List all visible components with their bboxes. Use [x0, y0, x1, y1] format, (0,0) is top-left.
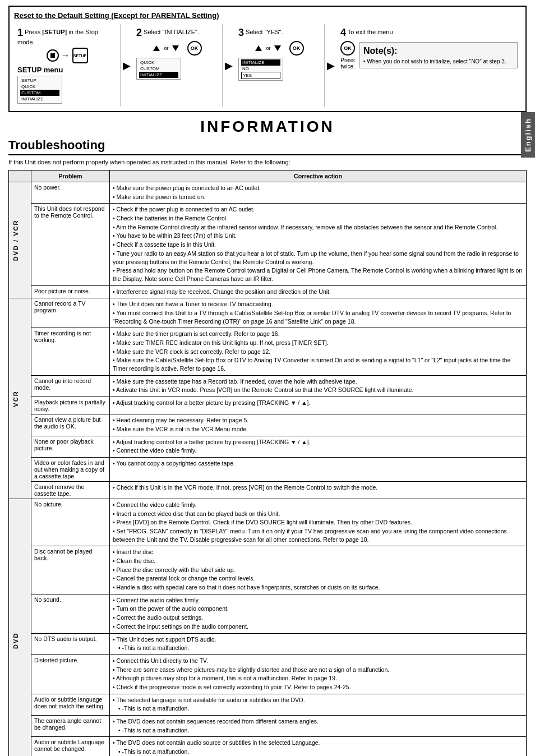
step-4-diagram: OK Presstwice. Note(s): • When you do no…: [340, 41, 518, 70]
table-row: DVD / VCRNo power.Make sure the power pl…: [9, 182, 527, 204]
step-2-menu-preview: QUICK CUSTOM INITIALIZE: [136, 58, 181, 80]
stop-btn-icon: [47, 49, 59, 62]
table-row: Disc cannot be played back.Insert the di…: [9, 546, 527, 594]
corrective-item: Cancel the parental lock or change the c…: [113, 574, 523, 583]
trouble-table: Problem Corrective action DVD / VCRNo po…: [8, 170, 527, 756]
corrective-item: Make sure the cassette tape has a Record…: [113, 377, 523, 386]
corrective-item: Tune your radio to an easy AM station so…: [113, 250, 523, 266]
corrective-cell: Make sure the cassette tape has a Record…: [110, 375, 527, 397]
corrective-cell: Adjust tracking control for a better pic…: [110, 436, 527, 457]
corrective-item: -This is not a malfunction.: [113, 726, 523, 735]
category-cell: DVD: [9, 499, 31, 756]
problem-cell: No picture.: [31, 499, 110, 546]
table-row: Cannot go into record mode.Make sure the…: [9, 375, 527, 397]
menu-row-3-init: INITIALIZE: [241, 59, 280, 66]
steps-row: 1 Press [SETUP] in the Stop mode. → SETU…: [14, 24, 521, 107]
corrective-item: Turn on the power of the audio component…: [113, 605, 523, 613]
corrective-cell: Make sure the timer program is set corre…: [110, 328, 527, 375]
menu-row-3-no: NO: [241, 66, 280, 72]
menu-row-initialize: INITIALIZE: [20, 96, 59, 102]
corrective-cell: The DVD does not contain audio source or…: [110, 737, 527, 756]
setup-menu-label: SETUP menu: [17, 66, 117, 74]
corrective-item: Make sure TIMER REC indicator on this Un…: [113, 339, 523, 347]
corrective-item: Check the batteries in the Remote Contro…: [113, 214, 523, 223]
table-row: Playback picture is partially noisy.Adju…: [9, 397, 527, 414]
step-4-header: 4 To exit the menu: [340, 27, 518, 39]
corrective-item: This Unit does not have a Tuner to recei…: [113, 300, 523, 308]
table-row: Timer recording is not working.Make sure…: [9, 328, 527, 375]
table-row: Audio or subtitle language does not matc…: [9, 694, 527, 715]
down-arrow-icon-3: [274, 45, 281, 51]
reset-title: Reset to the Default Setting (Except for…: [14, 11, 521, 20]
step-2: 2 Select "INITIALIZE". or OK QUICK CUSTO…: [133, 24, 223, 107]
or-text-3: or: [266, 45, 270, 51]
corrective-cell: Interference signal may be received. Cha…: [110, 285, 527, 298]
corrective-item: Connect the video cable firmly.: [113, 446, 523, 455]
table-row: Distorted picture.Connect this Unit dire…: [9, 654, 527, 694]
table-row: Cannot view a picture but the audio is O…: [9, 414, 527, 436]
table-row: The camera angle cannot be changed.The D…: [9, 716, 527, 737]
table-row: Cannot remove the cassette tape.Check if…: [9, 481, 527, 499]
corrective-item: There are some cases where pictures may …: [113, 666, 523, 674]
corrective-cell: Insert the disc.Clean the disc.Place the…: [110, 546, 527, 594]
step-4-left: OK Presstwice.: [340, 41, 355, 70]
troubleshooting-section: Troubleshooting If this Unit does not pe…: [8, 138, 527, 756]
table-row: Audio or subtitle Language cannot be cha…: [9, 737, 527, 756]
table-row: No DTS audio is output.This Unit does no…: [9, 633, 527, 654]
english-tab: English: [521, 112, 535, 158]
setup-btn-icon: SETUP: [72, 48, 88, 63]
table-row: DVDNo picture.Connect the video cable fi…: [9, 499, 527, 546]
problem-cell: Distorted picture.: [31, 654, 110, 694]
corrective-cell: Check if this Unit is in the VCR mode. I…: [110, 481, 527, 499]
corrective-item: The selected language is not available f…: [113, 696, 523, 704]
problem-cell: Cannot view a picture but the audio is O…: [31, 414, 110, 436]
table-corrective-header: Corrective action: [110, 170, 527, 182]
step-3-num: 3: [238, 27, 244, 38]
problem-cell: Audio or subtitle language does not matc…: [31, 694, 110, 715]
corrective-item: This Unit does not support DTS audio.: [113, 635, 523, 644]
corrective-item: The DVD does not contain audio source or…: [113, 739, 523, 747]
menu-row-setup: SETUP: [20, 77, 59, 84]
corrective-item: Insert a correct video disc that can be …: [113, 510, 523, 518]
corrective-item: Insert the disc.: [113, 548, 523, 556]
problem-cell: No sound.: [31, 594, 110, 633]
corrective-item: -This is not a malfunction.: [113, 644, 523, 652]
up-arrow-icon: [153, 45, 160, 51]
step-1-menu-preview: SETUP QUICK CUSTOM INITIALIZE: [17, 76, 62, 104]
corrective-cell: The DVD does not contain sequences recor…: [110, 716, 527, 737]
corrective-item: -This is not a malfunction.: [113, 704, 523, 713]
corrective-item: Head cleaning may be necessary. Refer to…: [113, 416, 523, 425]
corrective-cell: Make sure the power plug is connected to…: [110, 182, 527, 204]
or-text-2: or: [164, 45, 168, 51]
ok-btn-2: OK: [187, 41, 202, 56]
corrective-cell: Connect the video cable firmly.Insert a …: [110, 499, 527, 546]
corrective-cell: Check if the power plug is connected to …: [110, 204, 527, 285]
up-arrow-icon-3: [255, 45, 262, 51]
category-cell: VCR: [9, 298, 31, 499]
arrow-2-3: ▶: [223, 59, 235, 72]
info-section: INFORMATION: [8, 118, 527, 136]
menu-row-3-yes: YES: [241, 72, 280, 79]
step-3-menu-preview: INITIALIZE NO YES: [238, 58, 283, 81]
troubleshooting-title: Troubleshooting: [8, 138, 527, 155]
corrective-item: Press [DVD] on the Remote Control. Check…: [113, 518, 523, 527]
menu-row-2-quick: QUICK: [139, 59, 178, 66]
problem-cell: Audio or subtitle Language cannot be cha…: [31, 737, 110, 756]
corrective-item: Make sure the power plug is connected to…: [113, 184, 523, 192]
down-arrow-icon: [172, 45, 179, 51]
table-row: This Unit does not respond to the Remote…: [9, 204, 527, 285]
corrective-item: Check if this Unit is in the VCR mode. I…: [113, 483, 523, 492]
table-row: No sound.Connect the audio cables firmly…: [9, 594, 527, 633]
problem-cell: None or poor playback picture.: [31, 436, 110, 457]
corrective-item: The DVD does not contain sequences recor…: [113, 717, 523, 726]
corrective-item: Adjust tracking control for a better pic…: [113, 399, 523, 407]
corrective-item: Make sure the timer program is set corre…: [113, 330, 523, 338]
corrective-cell: This Unit does not have a Tuner to recei…: [110, 298, 527, 328]
problem-cell: Poor picture or noise.: [31, 285, 110, 298]
problem-cell: The camera angle cannot be changed.: [31, 716, 110, 737]
corrective-item: Interference signal may be received. Cha…: [113, 288, 523, 296]
note-title: Note(s):: [363, 46, 514, 56]
corrective-item: Connect this Unit directly to the TV.: [113, 657, 523, 665]
info-title: INFORMATION: [8, 118, 527, 136]
corrective-cell: This Unit does not support DTS audio.-Th…: [110, 633, 527, 654]
